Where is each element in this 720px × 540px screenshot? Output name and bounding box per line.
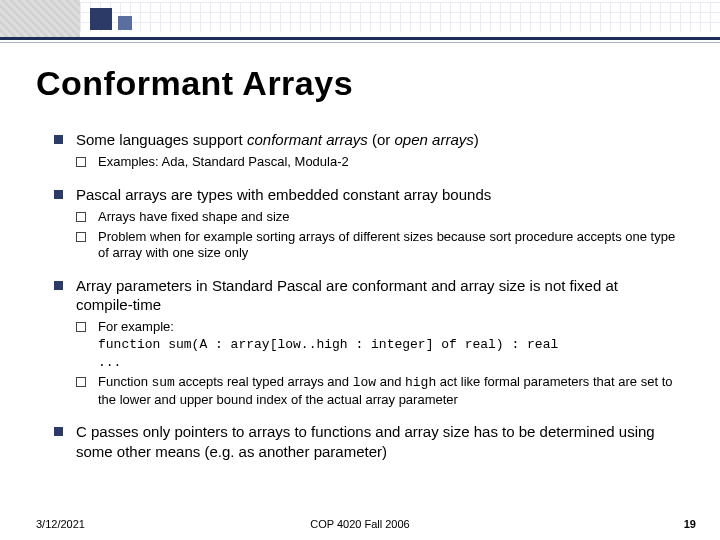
bullet-3-sub-2-code-2: low bbox=[353, 375, 376, 390]
header-photo bbox=[0, 0, 80, 38]
bullet-2-text: Pascal arrays are types with embedded co… bbox=[76, 186, 491, 203]
bullet-3-sub-2-code-3: high bbox=[405, 375, 436, 390]
header-square-large bbox=[90, 8, 112, 30]
bullet-1-pre: Some languages support bbox=[76, 131, 247, 148]
bullet-3-sub-2-mid-2: and bbox=[376, 374, 405, 389]
header-grid bbox=[80, 2, 720, 32]
bullet-3-sub-1-code-line-2: ... bbox=[98, 355, 121, 370]
footer-page-number: 19 bbox=[684, 518, 696, 530]
header-rule-thin bbox=[0, 42, 720, 43]
bullet-3-text: Array parameters in Standard Pascal are … bbox=[76, 277, 618, 313]
slide-body: Some languages support conformant arrays… bbox=[54, 130, 678, 475]
bullet-1-mid: (or bbox=[368, 131, 395, 148]
bullet-1-italic-1: conformant arrays bbox=[247, 131, 368, 148]
bullet-3-sub-1: For example: function sum(A : array[low.… bbox=[76, 319, 678, 371]
bullet-2-sub-2: Problem when for example sorting arrays … bbox=[76, 229, 678, 262]
header-square-small bbox=[118, 16, 132, 30]
bullet-2: Pascal arrays are types with embedded co… bbox=[54, 185, 678, 262]
bullet-4-text: C passes only pointers to arrays to func… bbox=[76, 423, 655, 459]
bullet-3-sub-2: Function sum accepts real typed arrays a… bbox=[76, 374, 678, 408]
bullet-4: C passes only pointers to arrays to func… bbox=[54, 422, 678, 460]
footer-course: COP 4020 Fall 2006 bbox=[0, 518, 720, 530]
bullet-1-sub-1: Examples: Ada, Standard Pascal, Modula-2 bbox=[76, 154, 678, 171]
bullet-3-sub-2-mid-1: accepts real typed arrays and bbox=[175, 374, 353, 389]
bullet-3-sub-2-code-1: sum bbox=[151, 375, 174, 390]
bullet-1-text: Some languages support conformant arrays… bbox=[76, 131, 479, 148]
bullet-1-italic-2: open arrays bbox=[395, 131, 474, 148]
bullet-3-sub-1-code-line-1: function sum(A : array[low..high : integ… bbox=[98, 337, 558, 352]
bullet-1: Some languages support conformant arrays… bbox=[54, 130, 678, 171]
bullet-3: Array parameters in Standard Pascal are … bbox=[54, 276, 678, 409]
bullet-3-sub-2-pre: Function bbox=[98, 374, 151, 389]
bullet-1-post: ) bbox=[474, 131, 479, 148]
bullet-3-sub-1-label: For example: bbox=[98, 319, 174, 334]
slide: Conformant Arrays Some languages support… bbox=[0, 0, 720, 540]
slide-header-decoration bbox=[0, 0, 720, 44]
header-rule-thick bbox=[0, 37, 720, 40]
bullet-2-sub-1: Arrays have fixed shape and size bbox=[76, 209, 678, 226]
slide-title: Conformant Arrays bbox=[36, 64, 353, 103]
